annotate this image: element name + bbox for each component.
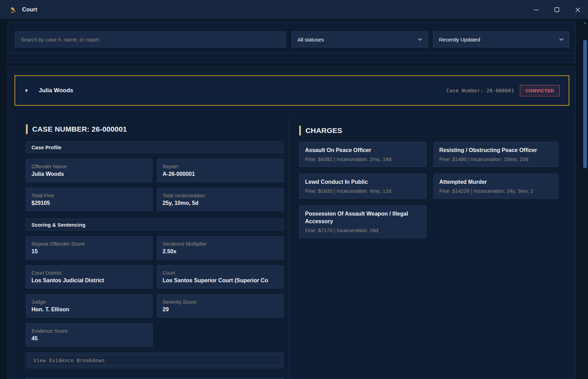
charge-card-attempted-murder: Attempted Murder Fine: $14228 | Incarcer… — [433, 174, 558, 199]
field-report: Report A-26-000001 — [157, 159, 284, 182]
chevron-down-icon — [559, 38, 563, 41]
scoring-sentencing-fields: Repeat Offender Score 15 Sentence Multip… — [26, 236, 284, 347]
field-total-fine: Total Fine $29105 — [26, 188, 153, 211]
field-repeat-offender-score: Repeat Offender Score 15 — [26, 236, 153, 259]
titlebar: Court — [0, 0, 588, 19]
field-sentence-multiplier: Sentence Multiplier 2.50x — [157, 236, 284, 259]
vertical-scrollbar: ▲ — [582, 19, 588, 379]
status-filter-value: All statuses — [297, 37, 324, 42]
sort-filter-value: Recently Updated — [439, 37, 480, 42]
case-detail-column: CASE NUMBER: 26-000001 Case Profile Offe… — [26, 124, 284, 379]
charges-column: CHARGES Assault On Peace Officer Fine: $… — [299, 125, 558, 238]
field-severity-score: Severity Score 29 — [157, 294, 284, 318]
app-title: Court — [22, 7, 37, 13]
group-header-case-profile: Case Profile — [26, 141, 284, 153]
field-offender-name: Offender Name Julia Woods — [26, 159, 153, 182]
case-number-label: Case Number: 26-000001 — [446, 88, 514, 93]
window-controls — [526, 0, 588, 19]
group-header-scoring-sentencing: Scoring & Sentencing — [26, 219, 284, 230]
gavel-icon — [10, 6, 17, 13]
charge-card-assault-on-peace-officer: Assault On Peace Officer Fine: $4392 | I… — [299, 142, 426, 167]
maximize-button[interactable] — [546, 0, 567, 19]
search-input[interactable] — [15, 31, 286, 47]
collapse-triangle-icon[interactable]: ▼ — [24, 88, 31, 93]
scrollbar-thumb[interactable] — [583, 40, 587, 168]
field-court-district: Court District Los Santos Judicial Distr… — [26, 265, 153, 288]
column-divider — [289, 119, 289, 379]
view-evidence-breakdown-button[interactable]: View Evidence Breakdown — [26, 352, 284, 368]
case-header-row[interactable]: ▼ Julia Woods Case Number: 26-000001 CON… — [15, 75, 569, 106]
field-total-incarceration: Total Incarceration 25y, 10mo, 5d — [157, 188, 284, 211]
heading-accent-bar — [26, 124, 28, 134]
minimize-button[interactable] — [526, 0, 546, 19]
scroll-up-arrow-icon[interactable]: ▲ — [582, 19, 588, 26]
field-evidence-score: Evidence Score 45 — [26, 323, 153, 347]
charge-card-possession-assault-weapon: Possession Of Assault Weapon / Illegal A… — [299, 206, 426, 238]
charges-grid: Assault On Peace Officer Fine: $4392 | I… — [299, 142, 558, 238]
status-filter-select[interactable]: All statuses — [292, 31, 428, 47]
sort-filter-select[interactable]: Recently Updated — [433, 31, 569, 47]
offender-name-title: Julia Woods — [39, 87, 73, 94]
heading-accent-bar — [299, 126, 301, 135]
case-list-panel: ▼ Julia Woods Case Number: 26-000001 CON… — [8, 66, 576, 379]
charge-card-lewd-conduct: Lewd Conduct In Public Fine: $1835 | Inc… — [299, 174, 426, 199]
close-button[interactable] — [567, 0, 588, 19]
filter-toolbar: All statuses Recently Updated — [8, 21, 576, 63]
field-court: Court Los Santos Superior Court (Superio… — [157, 265, 284, 288]
charges-heading: CHARGES — [299, 125, 558, 136]
chevron-down-icon — [418, 38, 422, 41]
charge-card-resisting-obstructing: Resisting / Obstructing Peace Officer Fi… — [433, 142, 558, 167]
toolbar-footer-strip — [8, 53, 575, 63]
field-judge: Judge Hon. T. Ellison — [26, 294, 153, 318]
case-number-heading: CASE NUMBER: 26-000001 — [26, 124, 284, 134]
case-profile-fields: Offender Name Julia Woods Report A-26-00… — [26, 159, 284, 211]
status-badge: CONVICTED — [520, 85, 560, 96]
